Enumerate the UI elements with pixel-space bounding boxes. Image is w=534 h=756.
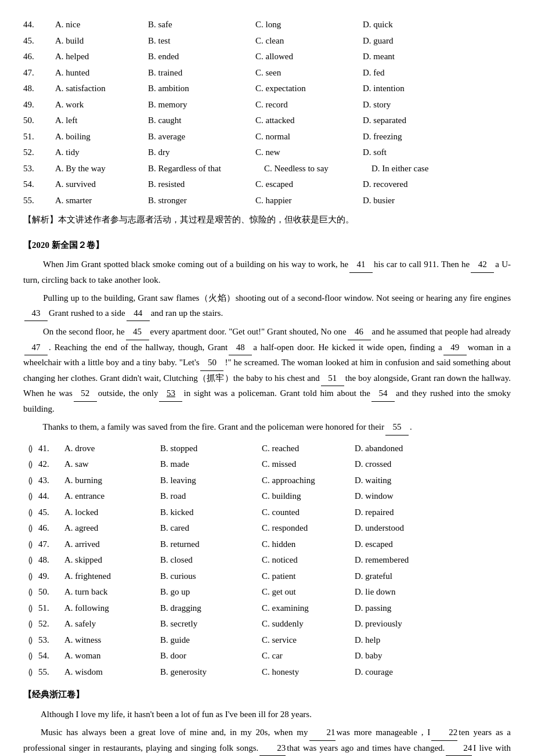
mc-section: （ ） 41. A. drove B. stopped C. reached D… <box>23 441 511 680</box>
passage2-p2: Pulling up to the building, Grant saw fl… <box>23 291 511 321</box>
passage3: Although I love my life, it hasn't been … <box>23 707 511 757</box>
p2-text2: his car to call 911. Then he <box>374 260 470 269</box>
mc48-bracket: （ <box>23 553 29 568</box>
blank-22: 22 <box>431 725 457 741</box>
analysis-text: 【解析】本文讲述作者参与志愿者活动，其过程是艰苦的、惊险的，但收获是巨大的。 <box>23 213 511 228</box>
mc50-num: 50. <box>38 585 64 600</box>
mc51-d: D. passing <box>355 601 442 616</box>
q49-c: C. record <box>255 98 363 113</box>
mc46-d: D. understood <box>355 521 442 536</box>
q44-a: A. nice <box>55 17 148 33</box>
blank-48: 48 <box>229 340 252 356</box>
blank-47: 47 <box>24 340 48 356</box>
mc43-c: C. approaching <box>262 473 355 488</box>
mc47-num: 47. <box>38 537 64 552</box>
mc48-c: C. noticed <box>262 553 355 568</box>
mc47-paren: ） <box>29 537 38 552</box>
q49-b: B. memory <box>148 98 255 113</box>
mc47-d: D. escaped <box>355 537 442 552</box>
mc50-paren: ） <box>29 585 38 600</box>
q51-num: 51. <box>23 129 55 145</box>
mc46-paren: ） <box>29 521 38 536</box>
blank-21: 21 <box>309 725 335 741</box>
q54-a: A. survived <box>55 177 148 192</box>
mc-44: （ ） 44. A. entrance B. road C. building … <box>23 489 511 504</box>
q52-num: 52. <box>23 145 55 160</box>
section3-title: 【经典浙江卷】 <box>23 687 511 703</box>
mc49-d: D. grateful <box>355 569 442 584</box>
mc-48: （ ） 48. A. skipped B. closed C. noticed … <box>23 553 511 568</box>
mc-43: （ ） 43. A. burning B. leaving C. approac… <box>23 473 511 488</box>
mc45-c: C. counted <box>262 505 355 520</box>
q53-b: B. Regardless of that <box>148 161 264 177</box>
q46-b: B. ended <box>148 49 255 64</box>
mc54-d: D. baby <box>355 649 442 664</box>
mc50-b: B. go up <box>160 585 262 600</box>
mc46-num: 46. <box>38 521 64 536</box>
q55-c: C. happier <box>255 193 363 208</box>
mc55-num: 55. <box>38 665 64 680</box>
mc49-a: A. frightened <box>64 569 160 584</box>
mc-49: （ ） 49. A. frightened B. curious C. pati… <box>23 569 511 584</box>
q53-c: C. Needless to say <box>264 161 371 177</box>
mc-53: （ ） 53. A. witness B. guide C. service D… <box>23 633 511 648</box>
question-45: 45. A. build B. test C. clean D. guard <box>23 34 511 49</box>
q47-b: B. trained <box>148 66 255 81</box>
mc54-c: C. car <box>262 649 355 664</box>
mc42-paren: ） <box>29 457 38 472</box>
q48-a: A. satisfaction <box>55 81 148 96</box>
blank-52: 52 <box>74 386 97 402</box>
question-46: 46. A. helped B. ended C. allowed D. mea… <box>23 49 511 64</box>
q51-a: A. boiling <box>55 129 148 145</box>
mc52-a: A. safely <box>64 617 160 632</box>
q51-c: C. normal <box>255 129 363 145</box>
mc48-a: A. skipped <box>64 553 160 568</box>
mc42-d: D. crossed <box>355 457 442 472</box>
p2-p2-text2: Grant rushed to a side <box>49 308 125 318</box>
mc41-d: D. abandoned <box>355 441 442 456</box>
mc45-paren: ） <box>29 505 38 520</box>
mc49-c: C. patient <box>262 569 355 584</box>
mc54-paren: ） <box>29 649 38 664</box>
mc47-c: C. hidden <box>262 537 355 552</box>
mc55-paren: ） <box>29 665 38 680</box>
q44-d: D. quick <box>363 17 456 33</box>
mc44-paren: ） <box>29 489 38 504</box>
questions-44-55-section: 44. A. nice B. safe C. long D. quick 45.… <box>23 17 511 208</box>
mc41-num: 41. <box>38 441 64 456</box>
mc52-d: D. previously <box>355 617 442 632</box>
q50-b: B. caught <box>148 113 255 128</box>
q49-a: A. work <box>55 98 148 113</box>
q44-num: 44. <box>23 17 55 33</box>
blank-45: 45 <box>126 325 149 340</box>
q45-c: C. clean <box>255 34 363 49</box>
blank-51: 51 <box>321 371 344 387</box>
p2-p2-text1: Pulling up to the building, Grant saw fl… <box>43 293 511 303</box>
p3-text2: every apartment door. "Get out!" Grant s… <box>150 327 347 336</box>
mc51-paren: ） <box>29 601 38 616</box>
mc50-a: A. turn back <box>64 585 160 600</box>
p3-text10: in sight was a policeman. Grant told him… <box>183 388 370 398</box>
q54-c: C. escaped <box>255 177 363 192</box>
blank-46: 46 <box>348 325 371 340</box>
passage3-p1: Although I love my life, it hasn't been … <box>23 707 511 722</box>
p3-2-text1: Music has always been a great love of mi… <box>41 728 308 737</box>
q48-b: B. ambition <box>148 81 255 96</box>
p3-text3: and he assumed that people had already <box>372 327 511 336</box>
mc48-d: D. remembered <box>355 553 442 568</box>
q53-d: D. In either case <box>371 161 464 177</box>
q46-num: 46. <box>23 49 55 64</box>
q45-a: A. build <box>55 34 148 49</box>
mc41-paren: ） <box>29 441 38 456</box>
q47-num: 47. <box>23 66 55 81</box>
q48-num: 48. <box>23 81 55 96</box>
mc53-d: D. help <box>355 633 442 648</box>
q44-b: B. safe <box>148 17 255 33</box>
mc-45: （ ） 45. A. locked B. kicked C. counted D… <box>23 505 511 520</box>
mc41-b: B. stopped <box>160 441 262 456</box>
mc-42: （ ） 42. A. saw B. made C. missed D. cros… <box>23 457 511 472</box>
p3-text5: a half-open door. He kicked it wide open… <box>253 343 442 352</box>
question-53: 53. A. By the way B. Regardless of that … <box>23 161 511 177</box>
blank-50: 50 <box>200 355 223 371</box>
mc45-d: D. repaired <box>355 505 442 520</box>
